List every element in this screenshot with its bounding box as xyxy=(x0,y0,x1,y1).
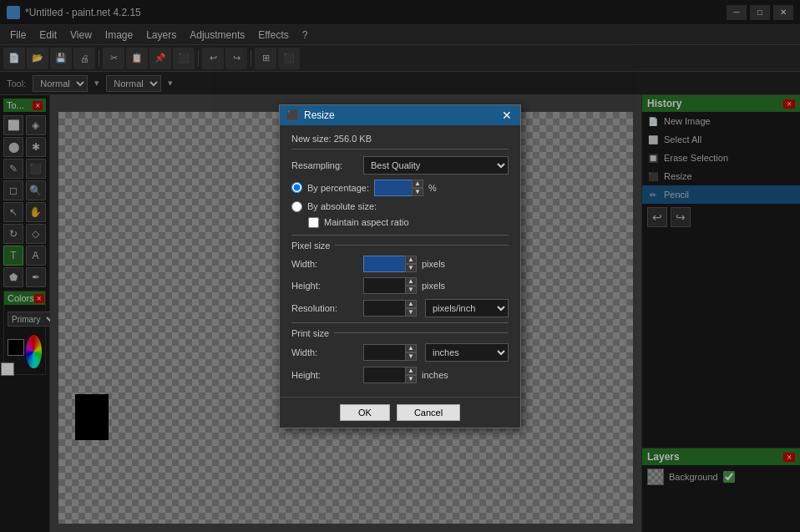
print-width-row: Width: 2.67 ▲ ▼ inches cm xyxy=(291,343,509,362)
by-absolute-radio[interactable] xyxy=(291,201,302,212)
maintain-aspect-label: Maintain aspect ratio xyxy=(324,217,409,227)
width-input[interactable]: 256 xyxy=(363,256,405,272)
resolution-spin-up[interactable]: ▲ xyxy=(405,300,417,308)
dialog-overlay: ⬛ Resize ✕ New size: 256.0 KB Resampling… xyxy=(0,0,800,532)
print-width-spinners: ▲ ▼ xyxy=(405,344,417,361)
dialog-icon: ⬛ xyxy=(286,109,299,121)
dialog-size-info: New size: 256.0 KB xyxy=(291,134,509,149)
resolution-unit-select[interactable]: pixels/inch pixels/cm xyxy=(425,299,509,317)
height-spinners: ▲ ▼ xyxy=(405,277,417,294)
width-spin-up[interactable]: ▲ xyxy=(405,256,417,264)
percentage-spin-down[interactable]: ▼ xyxy=(412,188,423,196)
dialog-body: New size: 256.0 KB Resampling: Best Qual… xyxy=(280,125,520,397)
ok-button[interactable]: OK xyxy=(340,404,390,421)
maintain-aspect-row: Maintain aspect ratio xyxy=(308,217,509,228)
resampling-label: Resampling: xyxy=(291,160,358,170)
resolution-input-group: 96.00 ▲ ▼ xyxy=(363,300,417,317)
dialog-buttons: OK Cancel xyxy=(280,397,520,428)
print-height-spin-down[interactable]: ▼ xyxy=(405,375,417,383)
print-width-spin-up[interactable]: ▲ xyxy=(405,344,417,352)
by-absolute-row: By absolute size: xyxy=(291,201,509,212)
height-label: Height: xyxy=(291,281,358,291)
height-row: Height: 256 ▲ ▼ pixels xyxy=(291,277,509,294)
by-absolute-label: By absolute size: xyxy=(307,201,377,211)
print-height-label: Height: xyxy=(291,370,358,380)
percentage-input-group: 100 ▲ ▼ xyxy=(374,180,423,196)
resampling-row: Resampling: Best Quality Bicubic Bilinea… xyxy=(291,156,509,175)
by-percentage-row: By percentage: 100 ▲ ▼ % xyxy=(291,180,509,196)
width-unit: pixels xyxy=(422,259,445,269)
print-width-unit-select[interactable]: inches cm xyxy=(425,343,509,362)
percentage-input[interactable]: 100 xyxy=(374,180,412,196)
width-spinners: ▲ ▼ xyxy=(405,256,417,272)
resolution-spin-down[interactable]: ▼ xyxy=(405,308,417,317)
percentage-spinners: ▲ ▼ xyxy=(412,180,423,196)
resize-dialog: ⬛ Resize ✕ New size: 256.0 KB Resampling… xyxy=(279,104,521,428)
width-row: Width: 256 ▲ ▼ pixels xyxy=(291,256,509,272)
dialog-title: Resize xyxy=(304,109,335,121)
cancel-button[interactable]: Cancel xyxy=(397,404,460,421)
print-height-spin-up[interactable]: ▲ xyxy=(405,367,417,375)
by-percentage-radio[interactable] xyxy=(291,182,302,193)
percentage-spin-up[interactable]: ▲ xyxy=(412,180,423,188)
print-height-unit: inches xyxy=(422,370,448,380)
resolution-input[interactable]: 96.00 xyxy=(363,300,405,317)
print-width-label: Width: xyxy=(291,347,358,357)
print-width-input-group: 2.67 ▲ ▼ xyxy=(363,344,417,361)
maintain-aspect-checkbox[interactable] xyxy=(308,217,319,228)
height-input-group: 256 ▲ ▼ xyxy=(363,277,417,294)
percentage-unit: % xyxy=(428,183,437,193)
print-height-spinners: ▲ ▼ xyxy=(405,367,417,383)
print-width-spin-down[interactable]: ▼ xyxy=(405,352,417,361)
resolution-spinners: ▲ ▼ xyxy=(405,300,417,317)
by-percentage-label: By percentage: xyxy=(307,183,369,193)
dialog-title-left: ⬛ Resize xyxy=(286,109,335,121)
resampling-select[interactable]: Best Quality Bicubic Bilinear Nearest Ne… xyxy=(363,156,509,175)
print-size-section-label: Print size xyxy=(291,322,509,338)
width-spin-down[interactable]: ▼ xyxy=(405,264,417,272)
print-width-input[interactable]: 2.67 xyxy=(363,344,405,361)
height-spin-up[interactable]: ▲ xyxy=(405,277,417,286)
resolution-label: Resolution: xyxy=(291,303,358,313)
height-spin-down[interactable]: ▼ xyxy=(405,286,417,294)
height-input[interactable]: 256 xyxy=(363,277,405,294)
print-height-input[interactable]: 2.67 xyxy=(363,367,405,383)
width-input-group: 256 ▲ ▼ xyxy=(363,256,417,272)
print-height-row: Height: 2.67 ▲ ▼ inches xyxy=(291,367,509,383)
pixel-size-section-label: Pixel size xyxy=(291,235,509,251)
resolution-row: Resolution: 96.00 ▲ ▼ pixels/inch pixels… xyxy=(291,299,509,317)
dialog-close-button[interactable]: ✕ xyxy=(500,109,514,122)
width-label: Width: xyxy=(291,259,358,269)
print-height-input-group: 2.67 ▲ ▼ xyxy=(363,367,417,383)
height-unit: pixels xyxy=(422,281,445,291)
dialog-titlebar: ⬛ Resize ✕ xyxy=(280,105,520,125)
